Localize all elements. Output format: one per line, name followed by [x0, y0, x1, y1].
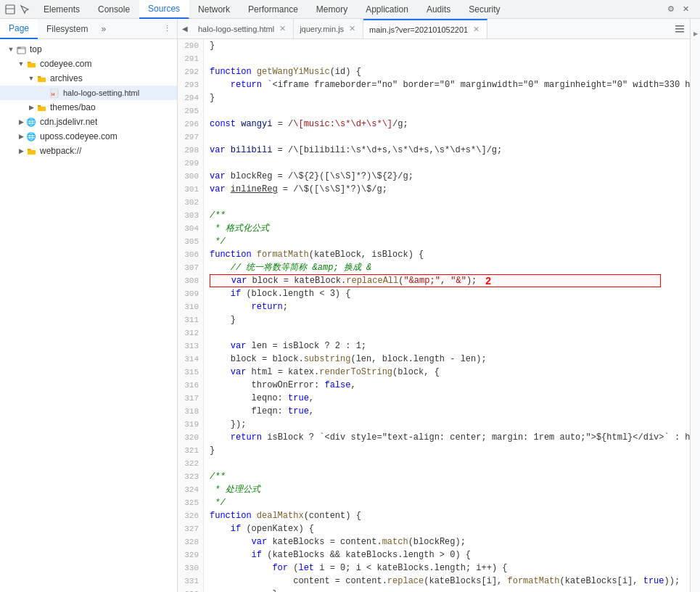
- line-numbers: 2902912922932942952962972982993003013023…: [178, 39, 204, 592]
- arrow-archives: ▼: [26, 73, 36, 83]
- svg-rect-6: [675, 28, 684, 30]
- line-num-292: 292: [182, 65, 199, 78]
- code-line-295: [210, 104, 690, 118]
- line-num-326: 326: [182, 509, 199, 522]
- tree-item-halo-logo[interactable]: ▶ H halo-logo-setting.html: [0, 86, 177, 100]
- code-line-308: var block = kateBlock.replaceAll("&amp;"…: [210, 274, 661, 287]
- tree-item-archives[interactable]: ▼ archives: [0, 71, 177, 86]
- tree-label-archives: archives: [50, 73, 83, 83]
- code-line-328: var kateBlocks = content.match(blockReg)…: [210, 535, 690, 548]
- line-num-305: 305: [182, 235, 199, 248]
- tree-label-webpack: webpack://: [40, 146, 81, 156]
- svg-rect-0: [6, 5, 15, 14]
- tab-memory[interactable]: Memory: [308, 0, 357, 19]
- code-scroll[interactable]: 2902912922932942952962972982993003013023…: [178, 39, 690, 592]
- close-icon[interactable]: ✕: [678, 2, 693, 17]
- tab-filesystem[interactable]: Filesystem: [38, 19, 96, 39]
- file-tab-halo[interactable]: halo-logo-setting.html ✕: [192, 19, 294, 39]
- code-line-332: }: [210, 588, 690, 592]
- tree-item-webpack[interactable]: ▶ webpack://: [0, 144, 177, 158]
- line-num-290: 290: [182, 39, 199, 52]
- tab-console[interactable]: Console: [89, 0, 139, 19]
- code-line-303: /**: [210, 209, 690, 222]
- code-line-299: [210, 157, 690, 170]
- settings-icon[interactable]: ⚙: [664, 2, 678, 17]
- tree-item-top[interactable]: ▼ top: [0, 42, 177, 57]
- tree-label-halo: halo-logo-setting.html: [63, 89, 139, 97]
- tree-label-themes: themes/bao: [50, 102, 96, 112]
- file-tab-jquery-label: jquery.min.js: [300, 25, 344, 33]
- tab-sources[interactable]: Sources: [139, 0, 189, 19]
- file-tab-main-close[interactable]: ✕: [471, 25, 481, 35]
- panel-menu-icon[interactable]: ⋮: [160, 22, 174, 36]
- line-num-299: 299: [182, 157, 199, 170]
- code-lines: } function getWangYiMusic(id) { return `…: [204, 39, 690, 592]
- line-num-303: 303: [182, 209, 199, 222]
- tab-elements[interactable]: Elements: [35, 0, 89, 19]
- line-num-320: 320: [182, 431, 199, 444]
- line-num-295: 295: [182, 104, 199, 118]
- file-tab-halo-close[interactable]: ✕: [277, 24, 287, 34]
- folder-archives-icon: [36, 73, 46, 83]
- code-line-292: function getWangYiMusic(id) {: [210, 65, 690, 78]
- code-line-330: for (let i = 0; i < kateBlocks.length; i…: [210, 562, 690, 575]
- inspect-icon[interactable]: [17, 2, 32, 17]
- tab-network[interactable]: Network: [189, 0, 239, 19]
- folder-webpack-icon: [26, 146, 36, 156]
- tree-label-cdn: cdn.jsdelivr.net: [40, 117, 97, 127]
- globe-cdn-icon: 🌐: [26, 117, 36, 127]
- file-tab-jquery[interactable]: jquery.min.js ✕: [294, 19, 363, 39]
- devtools-icon[interactable]: [3, 2, 17, 17]
- line-num-315: 315: [182, 366, 199, 379]
- code-line-309: if (block.length < 3) {: [210, 287, 690, 300]
- line-num-327: 327: [182, 522, 199, 535]
- line-num-316: 316: [182, 379, 199, 392]
- tab-security[interactable]: Security: [460, 0, 509, 19]
- code-area[interactable]: 2902912922932942952962972982993003013023…: [178, 39, 690, 592]
- line-num-330: 330: [182, 562, 199, 575]
- line-num-296: 296: [182, 118, 199, 131]
- code-line-326: function dealMathx(content) {: [210, 509, 690, 522]
- line-num-318: 318: [182, 405, 199, 418]
- arrow-top: ▼: [6, 44, 16, 54]
- code-line-293: return `<iframe frameborder="no" border=…: [210, 78, 690, 91]
- svg-rect-5: [675, 25, 684, 27]
- svg-rect-7: [675, 31, 684, 33]
- code-line-297: [210, 131, 690, 144]
- code-line-302: [210, 196, 690, 209]
- line-num-308: 308: [182, 274, 199, 287]
- code-line-300: var blockReg = /\${2}([\s\S]*?)\${2}/g;: [210, 170, 690, 183]
- left-panel: Page Filesystem » ⋮ ▼ top ▼: [0, 19, 178, 592]
- tab-page[interactable]: Page: [0, 19, 38, 39]
- folder-themes-icon: [36, 102, 46, 112]
- line-num-311: 311: [182, 313, 199, 326]
- file-tab-jquery-close[interactable]: ✕: [347, 24, 357, 34]
- tree-item-codeyee[interactable]: ▼ codeyee.com: [0, 57, 177, 71]
- line-num-332: 332: [182, 588, 199, 592]
- code-line-315: var html = katex.renderToString(block, {: [210, 366, 690, 379]
- code-line-331: content = content.replace(kateBlocks[i],…: [210, 575, 690, 588]
- line-num-301: 301: [182, 183, 199, 196]
- line-num-300: 300: [182, 170, 199, 183]
- tree-item-uposs[interactable]: ▶ 🌐 uposs.codeyee.com: [0, 129, 177, 144]
- tab-audits[interactable]: Audits: [418, 0, 460, 19]
- file-tree: ▼ top ▼ codeyee.com ▼: [0, 39, 177, 592]
- file-tab-main[interactable]: main.js?ver=202101052201 ✕: [363, 19, 487, 39]
- code-line-319: });: [210, 418, 690, 431]
- tab-arrow-left[interactable]: ◀: [178, 19, 192, 39]
- line-num-324: 324: [182, 483, 199, 496]
- tab-more[interactable]: »: [96, 24, 110, 34]
- code-line-294: }: [210, 91, 690, 104]
- code-line-311: }: [210, 313, 690, 326]
- tree-item-cdn[interactable]: ▶ 🌐 cdn.jsdelivr.net: [0, 115, 177, 129]
- code-line-324: * 处理公式: [210, 483, 690, 496]
- file-tabs-menu[interactable]: [672, 22, 687, 36]
- tab-application[interactable]: Application: [357, 0, 418, 19]
- line-num-291: 291: [182, 52, 199, 65]
- line-num-302: 302: [182, 196, 199, 209]
- tab-performance[interactable]: Performance: [239, 0, 308, 19]
- line-num-328: 328: [182, 535, 199, 548]
- sidebar-collapse-handle[interactable]: ▶: [692, 19, 699, 48]
- tree-item-themes[interactable]: ▶ themes/bao: [0, 100, 177, 115]
- code-line-314: block = block.substring(len, block.lengt…: [210, 353, 690, 366]
